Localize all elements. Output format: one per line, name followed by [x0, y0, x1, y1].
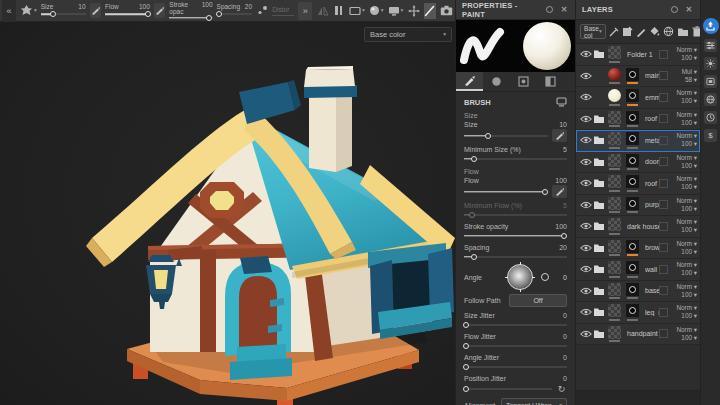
tab-alpha[interactable] — [483, 72, 510, 91]
slider-knob[interactable] — [463, 386, 469, 392]
material-mode-selector[interactable]: ▾ — [369, 5, 384, 16]
tab-brush[interactable] — [456, 72, 483, 91]
visibility-eye-icon[interactable] — [579, 50, 592, 58]
layer-thumbnail[interactable] — [608, 240, 621, 253]
blend-color-swatch[interactable] — [659, 114, 668, 123]
visibility-eye-icon[interactable] — [579, 158, 592, 166]
opacity-dropdown[interactable]: 100 ▾ — [681, 97, 697, 105]
tab-stencil[interactable] — [510, 72, 537, 91]
camera-icon[interactable] — [440, 3, 453, 19]
visibility-eye-icon[interactable] — [579, 308, 592, 316]
size-pressure-button[interactable] — [90, 3, 102, 18]
assets-store-icon[interactable]: $ — [704, 129, 717, 142]
toolbar-flow-slider[interactable]: Flow100 — [105, 1, 150, 21]
angle-knob[interactable] — [541, 273, 549, 281]
layer-thumbnail[interactable] — [608, 218, 621, 231]
visibility-eye-icon[interactable] — [579, 222, 592, 230]
layer-name[interactable]: main AO — [645, 72, 659, 79]
follow-path-toggle[interactable]: Off — [509, 294, 567, 307]
toolbar-expand-button[interactable]: » — [298, 2, 312, 20]
slider-knob[interactable] — [145, 11, 151, 17]
layer-name[interactable]: wall_mat — [645, 266, 659, 273]
brush-alpha-selector[interactable]: ▾ — [20, 4, 37, 17]
layer-name[interactable]: leg_mat — [645, 309, 659, 316]
layer-name[interactable]: door_rock_... — [645, 158, 659, 165]
angle-dial[interactable] — [507, 264, 533, 290]
layer-row[interactable]: roof wood_... Norm ▾ 100 ▾ — [576, 109, 700, 131]
visibility-eye-icon[interactable] — [579, 93, 592, 101]
blend-mode-dropdown[interactable]: Norm ▾ — [676, 154, 697, 162]
flow-pressure-button[interactable] — [154, 3, 166, 18]
layer-row[interactable]: roof_tile_MAT Norm ▾ 100 ▾ — [576, 173, 700, 195]
layer-thumbnail[interactable] — [608, 175, 621, 188]
close-panel-icon[interactable]: ✕ — [684, 5, 694, 15]
layer-thumbnail[interactable] — [608, 304, 621, 317]
add-paint-layer-icon[interactable] — [636, 25, 646, 38]
blend-color-swatch[interactable] — [659, 286, 668, 295]
blend-mode-dropdown[interactable]: Norm ▾ — [676, 326, 697, 334]
position-jitter-slider[interactable]: Position Jitter0 ↻ — [464, 374, 567, 394]
blend-color-swatch[interactable] — [659, 200, 668, 209]
layer-row[interactable]: wall_mat Norm ▾ 100 ▾ — [576, 259, 700, 281]
opacity-dropdown[interactable]: 100 ▾ — [681, 248, 697, 256]
layer-name[interactable]: roof wood_... — [645, 115, 659, 122]
blend-mode-dropdown[interactable]: Norm ▾ — [676, 240, 697, 248]
add-fill-layer-icon[interactable] — [649, 25, 660, 38]
brush-presets-icon[interactable] — [556, 97, 567, 107]
add-mask-icon[interactable] — [622, 25, 633, 38]
opacity-dropdown[interactable]: 100 ▾ — [681, 119, 697, 127]
shader-settings-icon[interactable] — [704, 75, 717, 88]
alignment-dropdown[interactable]: Tangent | Wrap▾ — [501, 398, 567, 405]
opacity-dropdown[interactable]: 100 ▾ — [681, 54, 697, 62]
mask-thumbnail[interactable] — [626, 89, 639, 102]
opacity-dropdown[interactable]: 100 ▾ — [681, 312, 697, 320]
slider-knob[interactable] — [463, 322, 469, 328]
size-jitter-slider[interactable]: Size Jitter0 — [464, 311, 567, 329]
toolbar-spacing-slider[interactable]: Spacing20 — [217, 1, 252, 21]
minimum-size-slider[interactable]: Minimum Size (%)5 — [464, 145, 567, 163]
layer-name[interactable]: Folder 1 — [627, 51, 659, 58]
visibility-eye-icon[interactable] — [579, 179, 592, 187]
layer-thumbnail[interactable] — [608, 283, 621, 296]
blend-mode-dropdown[interactable]: Norm ▾ — [676, 304, 697, 312]
opacity-dropdown[interactable]: 100 ▾ — [681, 183, 697, 191]
blend-color-swatch[interactable] — [659, 265, 668, 274]
stroke-opacity-slider[interactable]: Stroke opacity100 — [464, 222, 567, 240]
layer-row[interactable]: purple woo... Norm ▾ 100 ▾ — [576, 195, 700, 217]
size-pressure-button[interactable] — [552, 129, 567, 142]
share-export-button[interactable] — [703, 18, 719, 34]
mask-thumbnail[interactable] — [626, 175, 639, 188]
tab-material[interactable] — [537, 72, 564, 91]
layer-row[interactable]: dark house inner Norm ▾ 100 ▾ — [576, 216, 700, 238]
mask-thumbnail[interactable] — [626, 261, 639, 274]
opacity-dropdown[interactable]: 100 ▾ — [681, 291, 697, 299]
angle-control[interactable]: Angle 0 — [464, 264, 567, 290]
layer-row[interactable]: handpaint_MAT_2 Norm ▾ 100 ▾ — [576, 324, 700, 346]
opacity-dropdown[interactable]: 58 ▾ — [685, 76, 697, 84]
layer-thumbnail[interactable] — [608, 89, 621, 102]
blend-color-swatch[interactable] — [659, 50, 668, 59]
mask-thumbnail[interactable] — [626, 111, 639, 124]
layer-name[interactable]: dark house inner — [627, 223, 659, 230]
visibility-eye-icon[interactable] — [579, 244, 592, 252]
visibility-eye-icon[interactable] — [579, 265, 592, 273]
blend-color-swatch[interactable] — [659, 93, 668, 102]
display-settings-icon[interactable] — [704, 57, 717, 70]
layer-thumbnail[interactable] — [608, 197, 621, 210]
viewport-channel-dropdown[interactable]: Base color ▾ — [364, 27, 452, 42]
blend-mode-dropdown[interactable]: Norm ▾ — [676, 132, 697, 140]
mask-thumbnail[interactable] — [626, 132, 639, 145]
opacity-dropdown[interactable]: 100 ▾ — [681, 140, 697, 148]
blend-mode-dropdown[interactable]: Mul ▾ — [682, 68, 697, 76]
layer-name[interactable]: purple woo... — [645, 201, 659, 208]
layer-name[interactable]: roof_tile_MAT — [645, 180, 659, 187]
flow-pressure-button[interactable] — [552, 185, 567, 198]
size-slider[interactable]: Size10 — [464, 120, 567, 142]
visibility-eye-icon[interactable] — [579, 136, 592, 144]
delete-layer-icon[interactable] — [692, 25, 700, 38]
blend-mode-dropdown[interactable]: Norm ▾ — [676, 283, 697, 291]
gizmo-tool-icon[interactable] — [407, 3, 419, 19]
blend-mode-dropdown[interactable]: Norm ▾ — [676, 197, 697, 205]
visibility-eye-icon[interactable] — [579, 115, 592, 123]
close-panel-icon[interactable]: ✕ — [559, 5, 569, 15]
